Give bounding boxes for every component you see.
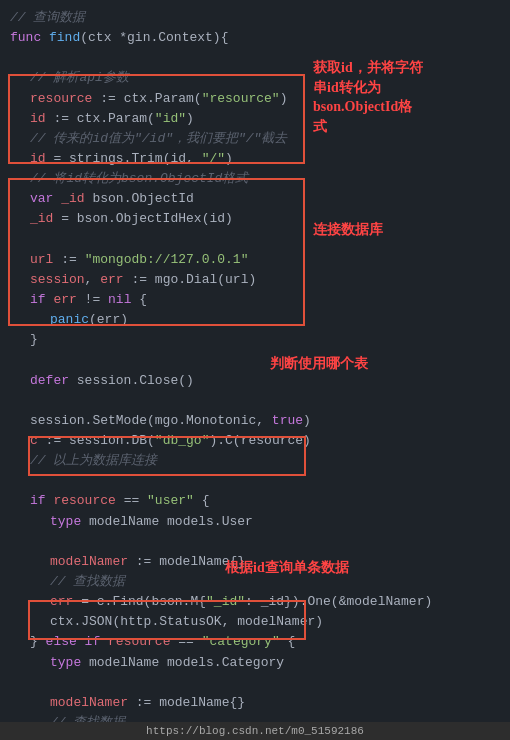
line-close1: } xyxy=(10,330,500,350)
line-type-user: type modelName models.User xyxy=(10,512,500,532)
blank-line6 xyxy=(10,532,500,552)
code-area: // 查询数据 func find(ctx *gin.Context){ // … xyxy=(0,0,510,740)
line-id-trim: id = strings.Trim(id, "/" ) xyxy=(10,149,500,169)
header-comment: // 查询数据 xyxy=(10,8,85,28)
blank-line7 xyxy=(10,673,500,693)
line-id1: id := ctx.Param( "id" ) xyxy=(10,109,500,129)
line-type-cat: type modelName models.Category xyxy=(10,653,500,673)
blank-line3 xyxy=(10,350,500,370)
line-if-user: if resource == "user" { xyxy=(10,491,500,511)
line-bson-comment: // 将id转化为bson.ObjectId格式 xyxy=(10,169,500,189)
line-header-comment: // 查询数据 xyxy=(10,8,500,28)
bottom-url: https://blog.csdn.net/m0_51592186 xyxy=(146,725,364,737)
line-session: session , err := mgo.Dial(url) xyxy=(10,270,500,290)
line-json1: ctx.JSON(http.StatusOK, modelNamer) xyxy=(10,612,500,632)
blank-line5 xyxy=(10,471,500,491)
line-resource: resource := ctx.Param( "resource" ) xyxy=(10,89,500,109)
line-setmode: session.SetMode(mgo.Monotonic, true ) xyxy=(10,411,500,431)
blank-line2 xyxy=(10,230,500,250)
annotation-label-3: 判断使用哪个表 xyxy=(270,354,368,374)
line-db-comment: // 以上为数据库连接 xyxy=(10,451,500,471)
line-id-comment: // 传来的id值为"/id"，我们要把"/"截去 xyxy=(10,129,500,149)
blank-line4 xyxy=(10,391,500,411)
line-var-id: var _id bson.ObjectId xyxy=(10,189,500,209)
line-if-err: if err != nil { xyxy=(10,290,500,310)
line-find1: err = c.Find(bson.M{ "_id" : _id}).One(&… xyxy=(10,592,500,612)
annotation-label-4: 根据id查询单条数据 xyxy=(225,558,349,578)
annotation-label-1: 获取id，并将字符串id转化为bson.ObjectId格式 xyxy=(313,58,423,136)
line-objectidhex: _id = bson.ObjectIdHex(id) xyxy=(10,209,500,229)
line-url: url := "mongodb://127.0.0.1" xyxy=(10,250,500,270)
line-else-cat: } else if resource == "category" { xyxy=(10,632,500,652)
line-func-sig: func find(ctx *gin.Context){ xyxy=(10,28,500,48)
bottom-bar: https://blog.csdn.net/m0_51592186 xyxy=(0,722,510,740)
line-defer: defer session.Close() xyxy=(10,371,500,391)
line-c: c := session.DB( "db_go" ).C( resource ) xyxy=(10,431,500,451)
blank-line xyxy=(10,48,500,68)
line-parse-comment: // 解析api参数 xyxy=(10,68,500,88)
line-panic: panic (err) xyxy=(10,310,500,330)
annotation-label-2: 连接数据库 xyxy=(313,220,383,240)
line-modelnamer2: modelNamer := modelName{} xyxy=(10,693,500,713)
